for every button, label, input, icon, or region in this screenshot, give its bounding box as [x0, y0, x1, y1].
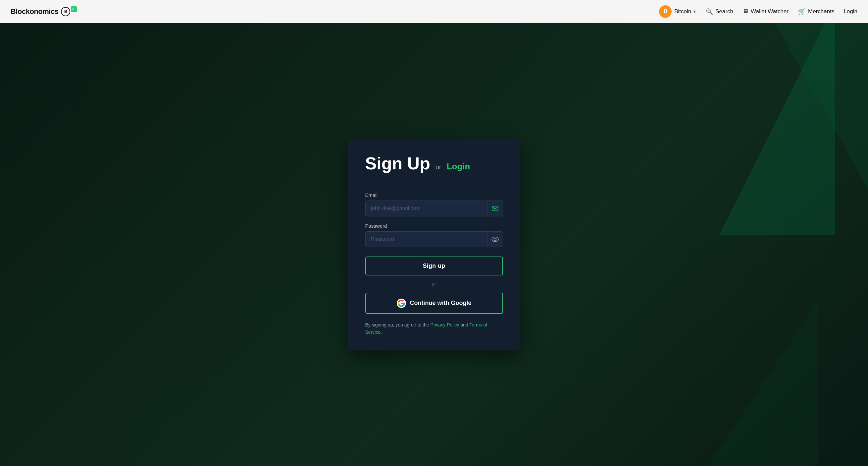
header-divider [365, 183, 503, 183]
email-input-wrapper [365, 201, 503, 216]
bg-decoration-2 [775, 23, 868, 189]
bitcoin-dropdown[interactable]: ₿ Bitcoin ▼ [659, 5, 696, 18]
google-g-icon [397, 299, 406, 308]
merchants-nav-item[interactable]: 🛒 Merchants [798, 8, 834, 15]
svg-point-1 [492, 237, 498, 242]
password-input-wrapper [365, 231, 503, 247]
password-input[interactable] [365, 231, 503, 247]
email-group: Email [365, 192, 503, 216]
search-icon: 🔍 [706, 8, 713, 15]
search-nav-item[interactable]: 🔍 Search [706, 8, 733, 15]
login-link[interactable]: Login [447, 162, 470, 172]
policy-text: By signing up, you agree to the Privacy … [365, 321, 503, 336]
bitcoin-icon: ₿ [659, 5, 672, 18]
wallet-watcher-icon: 🖥 [743, 8, 748, 15]
wallet-watcher-nav-item[interactable]: 🖥 Wallet Watcher [743, 8, 788, 15]
svg-rect-0 [492, 206, 498, 211]
logo-green-check [71, 6, 77, 12]
logo-text: Blockonomics [10, 7, 58, 16]
privacy-policy-link[interactable]: Privacy Policy [430, 322, 459, 327]
site-logo[interactable]: Blockonomics B [10, 7, 77, 16]
navbar: Blockonomics B ₿ Bitcoin ▼ 🔍 Search 🖥 Wa… [0, 0, 868, 23]
signup-card: Sign Up or Login Email Password [348, 139, 520, 351]
email-input[interactable] [365, 201, 503, 216]
signup-title: Sign Up [365, 155, 430, 172]
bg-decoration-3 [686, 300, 818, 466]
navbar-right: ₿ Bitcoin ▼ 🔍 Search 🖥 Wallet Watcher 🛒 … [659, 5, 858, 18]
card-or-text: or [435, 164, 441, 171]
bitcoin-chevron-icon: ▼ [692, 9, 696, 14]
login-nav-link[interactable]: Login [843, 8, 858, 15]
email-label: Email [365, 192, 503, 198]
password-toggle-icon[interactable] [487, 231, 503, 247]
password-label: Password [365, 223, 503, 229]
or-divider: or [365, 282, 503, 287]
card-header: Sign Up or Login [365, 155, 503, 172]
email-icon [487, 201, 503, 216]
google-signin-button[interactable]: Continue with Google [365, 293, 503, 314]
password-group: Password [365, 223, 503, 247]
svg-point-2 [494, 238, 496, 240]
bitcoin-label: Bitcoin ▼ [674, 8, 696, 15]
page-background: Sign Up or Login Email Password [0, 23, 868, 466]
logo-circle-b: B [61, 7, 70, 16]
signup-button[interactable]: Sign up [365, 257, 503, 275]
cart-icon: 🛒 [798, 8, 806, 15]
